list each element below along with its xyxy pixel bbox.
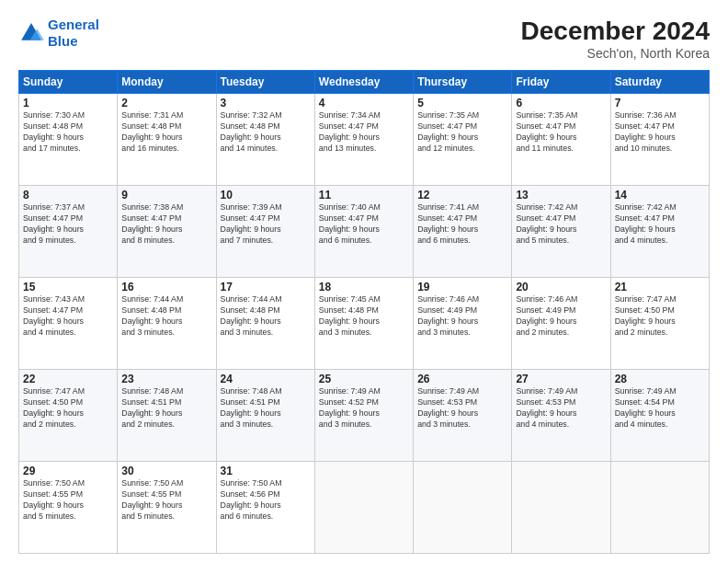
- logo-line1: General: [48, 17, 99, 32]
- table-row: 3Sunrise: 7:32 AMSunset: 4:48 PMDaylight…: [216, 94, 314, 186]
- calendar-table: Sunday Monday Tuesday Wednesday Thursday…: [18, 70, 710, 554]
- title-block: December 2024 Sech'on, North Korea: [521, 17, 710, 61]
- day-number: 24: [221, 373, 311, 385]
- day-number: 8: [23, 189, 113, 201]
- table-row: 5Sunrise: 7:35 AMSunset: 4:47 PMDaylight…: [414, 94, 512, 186]
- day-number: 27: [516, 373, 606, 385]
- day-info: Sunrise: 7:41 AMSunset: 4:47 PMDaylight:…: [417, 202, 507, 247]
- table-row: [314, 462, 413, 554]
- day-number: 19: [417, 281, 507, 293]
- calendar-week-row: 15Sunrise: 7:43 AMSunset: 4:47 PMDayligh…: [19, 278, 710, 370]
- calendar-body: 1Sunrise: 7:30 AMSunset: 4:48 PMDaylight…: [19, 94, 710, 554]
- day-info: Sunrise: 7:42 AMSunset: 4:47 PMDaylight:…: [615, 202, 705, 247]
- table-row: 22Sunrise: 7:47 AMSunset: 4:50 PMDayligh…: [19, 370, 118, 462]
- table-row: 20Sunrise: 7:46 AMSunset: 4:49 PMDayligh…: [512, 278, 610, 370]
- col-tuesday: Tuesday: [216, 71, 314, 94]
- day-info: Sunrise: 7:46 AMSunset: 4:49 PMDaylight:…: [516, 294, 606, 339]
- calendar-week-row: 1Sunrise: 7:30 AMSunset: 4:48 PMDaylight…: [19, 94, 710, 186]
- day-info: Sunrise: 7:39 AMSunset: 4:47 PMDaylight:…: [221, 202, 311, 247]
- day-info: Sunrise: 7:38 AMSunset: 4:47 PMDaylight:…: [121, 202, 211, 247]
- day-info: Sunrise: 7:47 AMSunset: 4:50 PMDaylight:…: [23, 386, 113, 431]
- day-info: Sunrise: 7:49 AMSunset: 4:53 PMDaylight:…: [417, 386, 507, 431]
- table-row: [512, 462, 610, 554]
- table-row: 15Sunrise: 7:43 AMSunset: 4:47 PMDayligh…: [19, 278, 118, 370]
- day-info: Sunrise: 7:50 AMSunset: 4:55 PMDaylight:…: [121, 478, 211, 523]
- table-row: 29Sunrise: 7:50 AMSunset: 4:55 PMDayligh…: [19, 462, 118, 554]
- day-info: Sunrise: 7:40 AMSunset: 4:47 PMDaylight:…: [319, 202, 409, 247]
- day-number: 6: [516, 97, 606, 109]
- table-row: 19Sunrise: 7:46 AMSunset: 4:49 PMDayligh…: [414, 278, 512, 370]
- calendar-week-row: 8Sunrise: 7:37 AMSunset: 4:47 PMDaylight…: [19, 186, 710, 278]
- table-row: 12Sunrise: 7:41 AMSunset: 4:47 PMDayligh…: [414, 186, 512, 278]
- table-row: 13Sunrise: 7:42 AMSunset: 4:47 PMDayligh…: [512, 186, 610, 278]
- day-number: 15: [23, 281, 113, 293]
- day-number: 1: [23, 97, 113, 109]
- day-number: 28: [615, 373, 705, 385]
- day-number: 14: [615, 189, 705, 201]
- day-info: Sunrise: 7:44 AMSunset: 4:48 PMDaylight:…: [221, 294, 311, 339]
- table-row: 24Sunrise: 7:48 AMSunset: 4:51 PMDayligh…: [216, 370, 314, 462]
- table-row: 31Sunrise: 7:50 AMSunset: 4:56 PMDayligh…: [216, 462, 314, 554]
- table-row: 11Sunrise: 7:40 AMSunset: 4:47 PMDayligh…: [314, 186, 413, 278]
- day-number: 21: [615, 281, 705, 293]
- col-sunday: Sunday: [19, 71, 118, 94]
- day-number: 9: [121, 189, 211, 201]
- day-info: Sunrise: 7:44 AMSunset: 4:48 PMDaylight:…: [121, 294, 211, 339]
- logo: General Blue: [18, 17, 99, 50]
- day-number: 7: [615, 97, 705, 109]
- table-row: 27Sunrise: 7:49 AMSunset: 4:53 PMDayligh…: [512, 370, 610, 462]
- logo-line2: Blue: [48, 33, 78, 49]
- day-info: Sunrise: 7:48 AMSunset: 4:51 PMDaylight:…: [221, 386, 311, 431]
- table-row: 2Sunrise: 7:31 AMSunset: 4:48 PMDaylight…: [118, 94, 216, 186]
- table-row: [414, 462, 512, 554]
- day-number: 30: [121, 465, 211, 477]
- table-row: 28Sunrise: 7:49 AMSunset: 4:54 PMDayligh…: [610, 370, 709, 462]
- day-number: 13: [516, 189, 606, 201]
- day-info: Sunrise: 7:45 AMSunset: 4:48 PMDaylight:…: [319, 294, 409, 339]
- day-number: 25: [319, 373, 409, 385]
- calendar-week-row: 22Sunrise: 7:47 AMSunset: 4:50 PMDayligh…: [19, 370, 710, 462]
- day-info: Sunrise: 7:43 AMSunset: 4:47 PMDaylight:…: [23, 294, 113, 339]
- table-row: 8Sunrise: 7:37 AMSunset: 4:47 PMDaylight…: [19, 186, 118, 278]
- day-number: 2: [121, 97, 211, 109]
- col-thursday: Thursday: [414, 71, 512, 94]
- day-number: 31: [221, 465, 311, 477]
- table-row: 26Sunrise: 7:49 AMSunset: 4:53 PMDayligh…: [414, 370, 512, 462]
- table-row: 17Sunrise: 7:44 AMSunset: 4:48 PMDayligh…: [216, 278, 314, 370]
- main-title: December 2024: [521, 17, 710, 46]
- table-row: 16Sunrise: 7:44 AMSunset: 4:48 PMDayligh…: [118, 278, 216, 370]
- day-number: 11: [319, 189, 409, 201]
- day-number: 22: [23, 373, 113, 385]
- day-info: Sunrise: 7:48 AMSunset: 4:51 PMDaylight:…: [121, 386, 211, 431]
- table-row: 18Sunrise: 7:45 AMSunset: 4:48 PMDayligh…: [314, 278, 413, 370]
- table-row: 30Sunrise: 7:50 AMSunset: 4:55 PMDayligh…: [118, 462, 216, 554]
- subtitle: Sech'on, North Korea: [521, 46, 710, 61]
- day-info: Sunrise: 7:32 AMSunset: 4:48 PMDaylight:…: [221, 110, 311, 155]
- table-row: 4Sunrise: 7:34 AMSunset: 4:47 PMDaylight…: [314, 94, 413, 186]
- table-row: 25Sunrise: 7:49 AMSunset: 4:52 PMDayligh…: [314, 370, 413, 462]
- day-info: Sunrise: 7:35 AMSunset: 4:47 PMDaylight:…: [516, 110, 606, 155]
- day-info: Sunrise: 7:50 AMSunset: 4:56 PMDaylight:…: [221, 478, 311, 523]
- day-info: Sunrise: 7:34 AMSunset: 4:47 PMDaylight:…: [319, 110, 409, 155]
- day-info: Sunrise: 7:37 AMSunset: 4:47 PMDaylight:…: [23, 202, 113, 247]
- logo-text: General Blue: [48, 17, 99, 50]
- calendar-header-row: Sunday Monday Tuesday Wednesday Thursday…: [19, 71, 710, 94]
- col-saturday: Saturday: [610, 71, 709, 94]
- day-number: 29: [23, 465, 113, 477]
- day-number: 4: [319, 97, 409, 109]
- day-info: Sunrise: 7:35 AMSunset: 4:47 PMDaylight:…: [417, 110, 507, 155]
- day-number: 18: [319, 281, 409, 293]
- day-number: 26: [417, 373, 507, 385]
- col-wednesday: Wednesday: [314, 71, 413, 94]
- day-info: Sunrise: 7:42 AMSunset: 4:47 PMDaylight:…: [516, 202, 606, 247]
- day-info: Sunrise: 7:47 AMSunset: 4:50 PMDaylight:…: [615, 294, 705, 339]
- page: General Blue December 2024 Sech'on, Nort…: [0, 0, 728, 563]
- day-number: 16: [121, 281, 211, 293]
- header: General Blue December 2024 Sech'on, Nort…: [18, 17, 710, 61]
- day-number: 10: [221, 189, 311, 201]
- table-row: 21Sunrise: 7:47 AMSunset: 4:50 PMDayligh…: [610, 278, 709, 370]
- day-number: 5: [417, 97, 507, 109]
- day-info: Sunrise: 7:49 AMSunset: 4:54 PMDaylight:…: [615, 386, 705, 431]
- table-row: 6Sunrise: 7:35 AMSunset: 4:47 PMDaylight…: [512, 94, 610, 186]
- table-row: 1Sunrise: 7:30 AMSunset: 4:48 PMDaylight…: [19, 94, 118, 186]
